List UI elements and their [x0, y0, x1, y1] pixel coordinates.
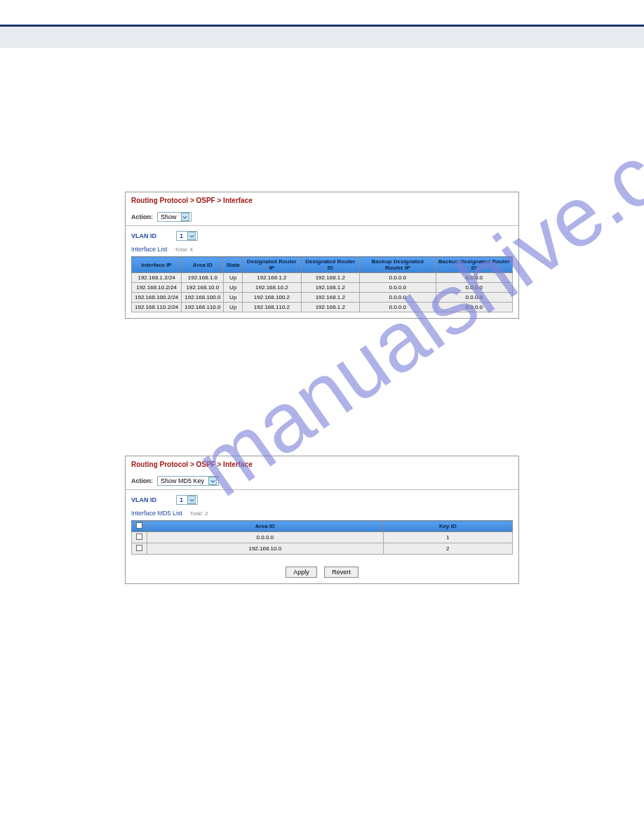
- col-bdr-ip: Backup Designated Router IP: [359, 257, 436, 273]
- vlan-select[interactable]: 1: [176, 231, 198, 241]
- cell-drid: 192.168.1.2: [301, 283, 359, 293]
- cell-state: Up: [224, 283, 243, 293]
- cell-check: [132, 532, 147, 543]
- chevron-down-icon: [181, 213, 189, 221]
- cell-iface: 192.168.110.2/24: [132, 303, 182, 312]
- cell-bdrid: 0.0.0.0: [436, 283, 512, 293]
- cell-iface: 192.168.10.2/24: [132, 283, 182, 293]
- vlan-row: VLAN ID 1: [126, 490, 518, 507]
- cell-state: Up: [224, 293, 243, 303]
- action-select[interactable]: Show MD5 Key: [157, 476, 219, 486]
- cell-state: Up: [224, 303, 243, 312]
- action-row: Action: Show: [126, 208, 518, 226]
- vlan-select-value: 1: [180, 232, 183, 239]
- cell-bdrid: 0.0.0.0: [436, 273, 512, 283]
- action-label: Action:: [131, 477, 153, 484]
- table-row: 192.168.1.2/24 192.168.1.0 Up 192.168.1.…: [132, 273, 513, 283]
- apply-button[interactable]: Apply: [286, 567, 317, 578]
- table-row: 192.168.110.2/24 192.168.110.0 Up 192.16…: [132, 303, 513, 312]
- col-checkbox: [132, 521, 147, 532]
- col-dr-ip: Designated Router IP: [243, 257, 302, 273]
- cell-drip: 192.168.100.2: [243, 293, 302, 303]
- breadcrumb: Routing Protocol > OSPF > Interface: [126, 456, 518, 472]
- vlan-select[interactable]: 1: [176, 495, 198, 505]
- cell-iface: 192.168.100.2/24: [132, 293, 182, 303]
- cell-drid: 192.168.1.2: [301, 303, 359, 312]
- action-select-value: Show: [161, 213, 177, 220]
- cell-area: 0.0.0.0: [147, 532, 384, 543]
- cell-area: 192.168.100.0: [182, 293, 224, 303]
- list-total: Total: 4: [175, 246, 193, 253]
- row-checkbox[interactable]: [136, 545, 142, 551]
- cell-drip: 192.168.1.2: [243, 273, 302, 283]
- cell-drid: 192.168.1.2: [301, 273, 359, 283]
- list-heading: Interface List Total: 4: [126, 243, 518, 256]
- cell-bdrip: 0.0.0.0: [359, 293, 436, 303]
- cell-bdrid: 0.0.0.0: [436, 293, 512, 303]
- list-title: Interface List: [131, 246, 168, 253]
- cell-check: [132, 543, 147, 555]
- breadcrumb: Routing Protocol > OSPF > Interface: [126, 192, 518, 208]
- cell-iface: 192.168.1.2/24: [132, 273, 182, 283]
- vlan-select-value: 1: [180, 496, 183, 503]
- cell-area: 192.168.1.0: [182, 273, 224, 283]
- chevron-down-icon: [187, 232, 196, 240]
- cell-drid: 192.168.1.2: [301, 293, 359, 303]
- vlan-label: VLAN ID: [131, 232, 156, 239]
- ospf-interface-panel-md5: Routing Protocol > OSPF > Interface Acti…: [125, 456, 519, 584]
- cell-bdrip: 0.0.0.0: [359, 283, 436, 293]
- cell-bdrip: 0.0.0.0: [359, 273, 436, 283]
- col-area-id: Area ID: [182, 257, 224, 273]
- row-checkbox[interactable]: [136, 534, 142, 540]
- ospf-interface-panel-show: Routing Protocol > OSPF > Interface Acti…: [125, 192, 519, 319]
- interface-table: Interface IP Area ID State Designated Ro…: [131, 256, 513, 312]
- vlan-row: VLAN ID 1: [126, 226, 518, 243]
- cell-key: 1: [383, 532, 512, 543]
- table-row: 192.168.10.0 2: [132, 543, 513, 555]
- action-select[interactable]: Show: [157, 212, 192, 222]
- cell-bdrip: 0.0.0.0: [359, 303, 436, 312]
- checkbox-all[interactable]: [136, 522, 142, 529]
- chevron-down-icon: [187, 496, 196, 504]
- table-row: 192.168.100.2/24 192.168.100.0 Up 192.16…: [132, 293, 513, 303]
- list-total: Total: 2: [190, 510, 208, 517]
- col-state: State: [224, 257, 243, 273]
- cell-drip: 192.168.110.2: [243, 303, 302, 312]
- list-title: Interface MD5 List: [131, 510, 182, 517]
- cell-area: 192.168.10.0: [182, 283, 224, 293]
- cell-area: 192.168.110.0: [182, 303, 224, 312]
- col-area-id: Area ID: [147, 521, 384, 532]
- vlan-label: VLAN ID: [131, 496, 156, 503]
- col-interface-ip: Interface IP: [132, 257, 182, 273]
- cell-area: 192.168.10.0: [147, 543, 384, 555]
- header-band: [0, 27, 644, 48]
- col-key-id: Key ID: [383, 521, 512, 532]
- list-heading: Interface MD5 List Total: 2: [126, 507, 518, 520]
- md5-table: Area ID Key ID 0.0.0.0 1 192.168.10.0 2: [131, 520, 513, 555]
- cell-drip: 192.168.10.2: [243, 283, 302, 293]
- col-dr-id: Designated Router ID: [301, 257, 359, 273]
- cell-key: 2: [383, 543, 512, 555]
- cell-bdrid: 0.0.0.0: [436, 303, 512, 312]
- cell-state: Up: [224, 273, 243, 283]
- col-bdr-id: Backup Designated Router ID: [436, 257, 512, 273]
- action-select-value: Show MD5 Key: [161, 477, 204, 484]
- table-row: 0.0.0.0 1: [132, 532, 513, 543]
- table-row: 192.168.10.2/24 192.168.10.0 Up 192.168.…: [132, 283, 513, 293]
- chevron-down-icon: [208, 477, 217, 485]
- action-row: Action: Show MD5 Key: [126, 472, 518, 490]
- revert-button[interactable]: Revert: [324, 567, 358, 578]
- action-label: Action:: [131, 213, 153, 220]
- button-row: Apply Revert: [126, 560, 518, 583]
